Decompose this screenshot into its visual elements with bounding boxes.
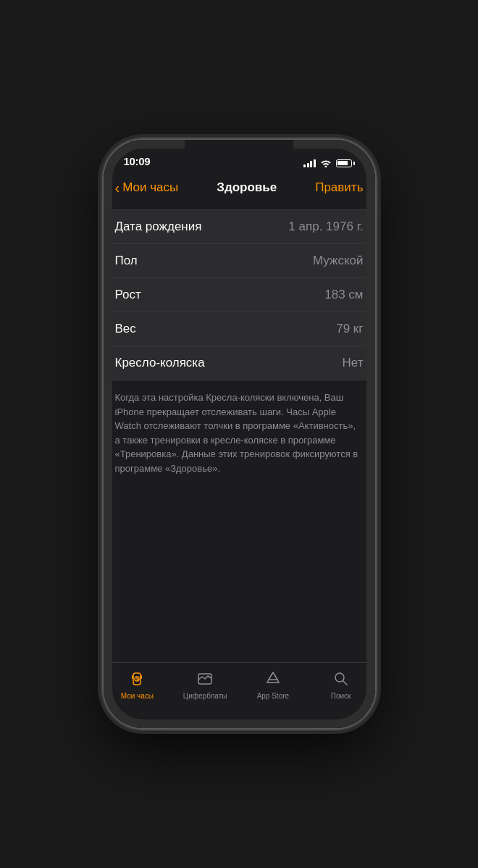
signal-bar-4 (314, 159, 316, 167)
signal-bar-1 (303, 164, 306, 167)
chevron-left-icon: ‹ (115, 180, 120, 195)
my-watch-icon (127, 669, 147, 689)
item-label-height: Рост (115, 288, 141, 302)
svg-line-11 (343, 681, 347, 685)
info-text: Когда эта настройка Кресла-коляски включ… (104, 380, 375, 485)
tab-app-store[interactable]: App Store (239, 669, 307, 700)
battery-tip (353, 162, 355, 165)
item-label-birthdate: Дата рождения (115, 220, 202, 234)
tab-my-watch[interactable]: Мои часы (104, 669, 172, 700)
notch (185, 140, 293, 162)
search-icon (331, 669, 351, 689)
tab-label-search: Поиск (331, 692, 351, 700)
svg-rect-2 (141, 675, 142, 679)
tab-label-faces: Циферблаты (183, 692, 227, 700)
list-item[interactable]: Вес 79 кг (104, 312, 375, 346)
phone-wrapper: 10:09 (0, 0, 478, 868)
status-time: 10:09 (124, 155, 151, 167)
svg-line-5 (137, 679, 138, 680)
battery-icon (336, 159, 355, 167)
home-indicator (104, 722, 375, 728)
item-label-weight: Вес (115, 322, 136, 336)
signal-bar-2 (307, 163, 309, 167)
back-button[interactable]: ‹ Мои часы (115, 180, 179, 195)
edit-button[interactable]: Править (315, 180, 363, 195)
wifi-icon (320, 159, 332, 167)
nav-bar: ‹ Мои часы Здоровье Править (104, 172, 375, 204)
item-value-weight: 79 кг (336, 322, 363, 336)
list-item[interactable]: Дата рождения 1 апр. 1976 г. (104, 209, 375, 244)
item-label-gender: Пол (115, 254, 138, 268)
status-icons (303, 159, 355, 167)
signal-bars-icon (303, 159, 316, 167)
screen: 10:09 (104, 140, 375, 728)
content-area: Дата рождения 1 апр. 1976 г. Пол Мужской… (104, 204, 375, 662)
tab-search[interactable]: Поиск (307, 669, 375, 700)
list-item[interactable]: Кресло-коляска Нет (104, 346, 375, 380)
page-title: Здоровье (217, 180, 277, 195)
health-section: Дата рождения 1 апр. 1976 г. Пол Мужской… (104, 209, 375, 380)
tab-label-app-store: App Store (257, 692, 289, 700)
tab-faces[interactable]: Циферблаты (171, 669, 239, 700)
tab-label-my-watch: Мои часы (121, 692, 154, 700)
home-indicator-bar (190, 721, 288, 725)
item-value-birthdate: 1 апр. 1976 г. (288, 220, 363, 234)
faces-icon (195, 669, 215, 689)
list-item[interactable]: Рост 183 см (104, 278, 375, 312)
phone-frame: 10:09 (104, 140, 375, 728)
signal-bar-3 (310, 161, 312, 167)
app-store-icon (263, 669, 283, 689)
svg-rect-1 (132, 675, 133, 679)
tab-bar: Мои часы Циферблаты (104, 662, 375, 722)
item-value-wheelchair: Нет (343, 356, 364, 370)
list-item[interactable]: Пол Мужской (104, 244, 375, 278)
battery-body (336, 159, 352, 167)
back-label: Мои часы (122, 180, 178, 195)
battery-fill (337, 161, 348, 165)
item-value-height: 183 см (324, 288, 363, 302)
item-label-wheelchair: Кресло-коляска (115, 356, 205, 370)
item-value-gender: Мужской (313, 254, 364, 268)
